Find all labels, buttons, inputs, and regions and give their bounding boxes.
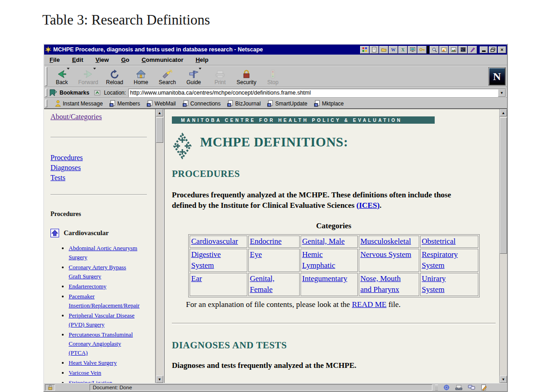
restore-button[interactable]: [489, 46, 497, 53]
category-cell: Integumentary: [301, 273, 358, 296]
category-link[interactable]: Integumentary: [302, 274, 347, 283]
excel-icon[interactable]: X: [398, 46, 407, 54]
category-link[interactable]: Unirary System: [422, 274, 446, 294]
dark-screen-icon[interactable]: [458, 46, 467, 54]
category-link[interactable]: Obstetrical: [422, 237, 456, 246]
composer-icon[interactable]: [481, 384, 487, 391]
scroll-down-icon[interactable]: ▼: [500, 376, 507, 383]
security-lock-button[interactable]: [45, 384, 55, 391]
sidebar-procedure-link[interactable]: Abdominal Aortic Aneurysm Surgery: [69, 245, 137, 261]
menu-communicator[interactable]: Communicator: [141, 56, 183, 63]
sidebar-procedure-link[interactable]: Varicose Vein: [69, 369, 101, 376]
svg-text:N: N: [315, 104, 317, 106]
sidebar-procedure-link[interactable]: Peripheral Vascular Disease (PVD) Surger…: [69, 312, 135, 328]
menu-view[interactable]: View: [95, 56, 109, 63]
menu-help[interactable]: Help: [196, 56, 208, 63]
key-icon[interactable]: [417, 46, 427, 54]
category-link[interactable]: Cardiovascular: [191, 237, 238, 246]
word-icon[interactable]: W: [389, 46, 398, 54]
sidebar-link-tests[interactable]: Tests: [50, 173, 65, 183]
back-button[interactable]: Back: [49, 66, 75, 86]
bizjournal-button[interactable]: N BizJournal: [227, 100, 261, 107]
lock-icon: [48, 384, 53, 390]
home-arrow-icon[interactable]: [50, 229, 59, 237]
category-link[interactable]: Nervous System: [361, 250, 411, 259]
sidebar-scrollbar-thumb[interactable]: [156, 117, 163, 143]
personal-toolbar-grippy[interactable]: [45, 100, 47, 107]
table-row: Cardiovascular Endocrine Genital, Male M…: [190, 236, 478, 248]
category-cell: Ear: [190, 273, 247, 296]
sidebar-link-about-categories[interactable]: About/Categories: [50, 113, 102, 121]
scroll-up-icon[interactable]: ▲: [500, 109, 507, 116]
toolbar-grippy[interactable]: [45, 67, 47, 86]
reload-button[interactable]: Reload: [101, 66, 128, 86]
main-scrollbar[interactable]: ▲ ▼: [499, 109, 507, 383]
title-bar[interactable]: MCHPE Procedure, diagnosis and tests use…: [44, 45, 507, 55]
category-link[interactable]: Musculoskeletal: [361, 237, 411, 246]
menu-go[interactable]: Go: [121, 56, 129, 63]
sidebar-scrollbar[interactable]: ▲ ▼: [156, 109, 163, 383]
search-button[interactable]: Search: [154, 66, 181, 86]
list-item: Endarterectomy: [69, 282, 151, 291]
category-link[interactable]: Hemic Lymphatic: [302, 250, 336, 270]
category-link[interactable]: Nose, Mouth and Pharynx: [361, 274, 401, 294]
main-scrollbar-thumb[interactable]: [500, 117, 507, 254]
sidebar-procedure-link[interactable]: Percutaneous Transluminal Coronary Angio…: [69, 331, 133, 356]
image-icon-2[interactable]: [449, 46, 458, 54]
home-button[interactable]: Home: [128, 66, 154, 86]
sidebar-procedure-link[interactable]: Heart Valve Surgery: [69, 359, 117, 366]
npage-icon: N: [267, 100, 273, 107]
security-button[interactable]: Security: [233, 66, 260, 86]
scroll-track[interactable]: [500, 254, 507, 376]
document-icon[interactable]: [370, 46, 379, 54]
scroll-track[interactable]: [156, 143, 163, 376]
back-menu-arrow-icon: [67, 68, 70, 70]
sidebar-procedure-link[interactable]: Stripping/Ligation: [69, 379, 112, 383]
webmail-button[interactable]: N WebMail: [146, 100, 176, 107]
stop-button[interactable]: Stop: [260, 66, 286, 86]
component-bar-grippy[interactable]: [435, 385, 438, 390]
sidebar-procedure-link[interactable]: Pacemaker Insertion/Replacement/Repair: [69, 293, 140, 309]
url-dropdown-button[interactable]: ▼: [498, 89, 506, 97]
category-link[interactable]: Endocrine: [250, 237, 282, 246]
sidebar-procedure-link[interactable]: Coronary Artery Bypass Graft Surgery: [69, 264, 126, 280]
category-link[interactable]: Genital, Female: [250, 274, 275, 294]
sidebar-procedure-link[interactable]: Endarterectomy: [69, 283, 106, 290]
monitor-icon[interactable]: [408, 46, 417, 54]
minimize-button[interactable]: [480, 46, 488, 53]
colored-squares-icon[interactable]: [360, 46, 369, 54]
guide-button[interactable]: Guide: [181, 66, 207, 86]
menu-edit[interactable]: Edit: [72, 56, 83, 63]
close-button[interactable]: ×: [498, 46, 506, 53]
connections-button[interactable]: N Connections: [182, 100, 221, 107]
open-folder-icon[interactable]: [379, 46, 388, 54]
instant-message-button[interactable]: Instant Message: [55, 100, 103, 107]
mktplace-button[interactable]: N Mktplace: [314, 100, 344, 107]
smartupdate-button[interactable]: N SmartUpdate: [267, 100, 307, 107]
location-bar-grippy[interactable]: [45, 89, 47, 97]
navigator-icon[interactable]: [443, 384, 450, 391]
category-link[interactable]: Ear: [191, 274, 202, 283]
scroll-down-icon[interactable]: ▼: [156, 376, 163, 383]
discussions-icon[interactable]: [468, 385, 475, 390]
category-link[interactable]: Respiratory System: [422, 250, 458, 270]
print-button[interactable]: Print: [207, 66, 233, 86]
mailbox-icon[interactable]: [455, 385, 462, 390]
category-link[interactable]: Eye: [250, 250, 262, 259]
image-icon[interactable]: [439, 46, 448, 54]
quill-icon[interactable]: [468, 46, 477, 54]
sidebar-link-procedures[interactable]: Procedures: [50, 153, 83, 163]
readme-link[interactable]: READ ME: [352, 300, 386, 309]
ices-link[interactable]: (ICES): [356, 201, 380, 210]
url-input[interactable]: [129, 90, 498, 96]
sidebar-link-diagnoses[interactable]: Diagnoses: [50, 163, 81, 173]
forward-button[interactable]: Forward: [75, 66, 101, 86]
scroll-up-icon[interactable]: ▲: [156, 109, 163, 116]
find-document-icon[interactable]: [430, 46, 439, 54]
netscape-logo[interactable]: N: [489, 68, 505, 85]
category-link[interactable]: Digestive System: [191, 250, 221, 270]
members-button[interactable]: N Members: [109, 100, 140, 107]
menu-file[interactable]: File: [50, 56, 60, 63]
bookmarks-button[interactable]: Bookmarks: [60, 90, 89, 96]
category-link[interactable]: Genital, Male: [302, 237, 345, 246]
